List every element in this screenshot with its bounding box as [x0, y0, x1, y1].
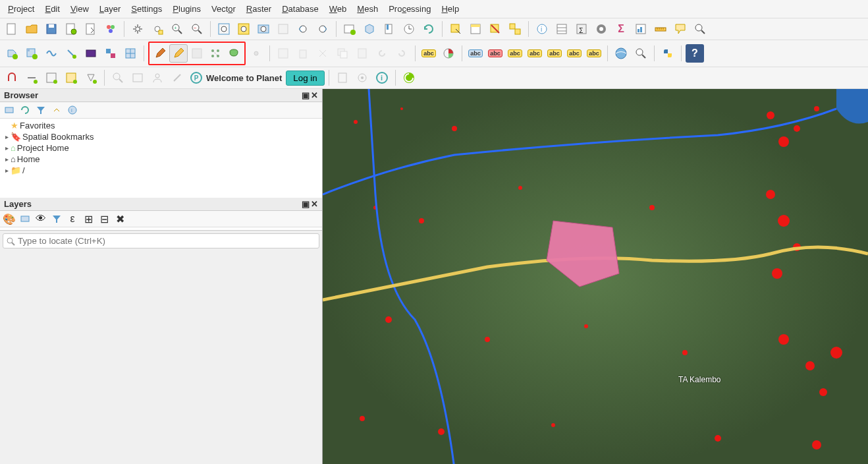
label-rotate-icon[interactable]: abc [545, 44, 564, 63]
qgis-logo-icon[interactable] [400, 69, 418, 87]
new-map-view-icon[interactable] [340, 20, 359, 38]
modify-attr-icon[interactable] [274, 44, 292, 63]
identify-icon[interactable]: i [533, 20, 551, 38]
label-abc-icon[interactable]: abc [420, 44, 438, 63]
style-layer-icon[interactable]: 🎨 [3, 212, 16, 225]
browser-project-home[interactable]: ▸⌂Project Home [0, 142, 322, 154]
stats-panel-icon[interactable] [632, 20, 650, 38]
menu-processing[interactable]: Processing [383, 1, 436, 16]
delete-icon[interactable] [294, 44, 312, 63]
menu-plugins[interactable]: Plugins [167, 1, 206, 16]
snap-icon[interactable] [3, 69, 21, 87]
osm-icon[interactable] [612, 44, 630, 63]
undo-icon[interactable] [373, 44, 391, 63]
expression-icon[interactable]: ε [66, 212, 79, 225]
python-icon[interactable] [659, 44, 677, 63]
label-pin-icon[interactable]: abc [486, 44, 504, 63]
osm-search-icon[interactable] [632, 44, 650, 63]
trace-icon[interactable] [62, 69, 80, 87]
menu-edit[interactable]: Edit [40, 1, 65, 16]
field-calc-icon[interactable]: ∑ [572, 20, 591, 38]
menu-database[interactable]: Database [277, 1, 324, 16]
current-edits-icon[interactable] [151, 44, 169, 63]
info-icon[interactable]: i [373, 69, 391, 87]
style-manager-icon[interactable] [101, 20, 120, 38]
brush-icon[interactable] [168, 69, 186, 87]
add-layer-icon[interactable] [3, 103, 16, 117]
map-tips-icon[interactable] [671, 20, 690, 38]
browser-root[interactable]: ▸📁/ [0, 165, 322, 176]
zoom-next-icon[interactable] [313, 20, 332, 38]
search-icon[interactable] [109, 69, 127, 87]
menu-settings[interactable]: Settings [126, 1, 167, 16]
save-edits-icon[interactable] [188, 44, 206, 63]
target-icon[interactable] [353, 69, 371, 87]
add-polygon-icon[interactable] [225, 44, 243, 63]
label-change-icon[interactable]: abc [565, 44, 583, 63]
label-show-icon[interactable]: abc [506, 44, 524, 63]
paste-icon[interactable] [353, 44, 371, 63]
menu-layer[interactable]: Layer [94, 1, 126, 16]
add-feature-icon[interactable] [206, 44, 225, 63]
zoom-layer-icon[interactable] [254, 20, 273, 38]
map-icon[interactable] [128, 69, 147, 87]
menu-project[interactable]: Project [3, 1, 40, 16]
new-gpkg-icon[interactable] [82, 44, 100, 63]
refresh-browser-icon[interactable] [18, 103, 32, 117]
map-canvas[interactable]: TA Kalembo [323, 89, 868, 464]
refresh-icon[interactable] [420, 20, 438, 38]
new-3d-view-icon[interactable] [360, 20, 379, 38]
new-shapefile-icon[interactable] [42, 44, 61, 63]
cut-icon[interactable] [313, 44, 332, 63]
layout-manager-icon[interactable] [82, 20, 100, 38]
save-icon[interactable] [42, 20, 61, 38]
label-move-icon[interactable]: abc [526, 44, 544, 63]
menu-view[interactable]: View [65, 1, 94, 16]
toggle-editing-icon[interactable] [169, 44, 188, 63]
menu-web[interactable]: Web [324, 1, 352, 16]
zoom-in-icon[interactable]: + [168, 20, 186, 38]
remove-layer-icon[interactable]: ✖ [113, 212, 126, 225]
browser-favorites[interactable]: ★Favorites [0, 120, 322, 131]
add-vector-icon[interactable] [3, 44, 21, 63]
visibility-icon[interactable]: 👁 [34, 212, 47, 225]
toolbox-icon[interactable] [592, 20, 610, 38]
user-icon[interactable] [148, 69, 167, 87]
open-project-icon[interactable] [22, 20, 41, 38]
menu-raster[interactable]: Raster [241, 1, 277, 16]
zoom-full-icon[interactable] [215, 20, 233, 38]
planet-login-button[interactable]: Log in [286, 71, 324, 86]
browser-home[interactable]: ▸⌂Home [0, 154, 322, 165]
add-raster-icon[interactable] [22, 44, 41, 63]
snap-opts-icon[interactable] [22, 69, 41, 87]
temporal-icon[interactable] [400, 20, 418, 38]
menu-mesh[interactable]: Mesh [352, 1, 383, 16]
select-features-icon[interactable] [447, 20, 465, 38]
statistics-icon[interactable]: Σ [612, 20, 630, 38]
collapse-icon[interactable] [50, 103, 63, 117]
filter-browser-icon[interactable] [34, 103, 47, 117]
undock-layers-icon[interactable]: ▣ [302, 199, 310, 209]
label-highlight-icon[interactable]: abc [466, 44, 485, 63]
new-spatlite-icon[interactable] [62, 44, 80, 63]
new-bookmark-icon[interactable] [380, 20, 398, 38]
help-icon[interactable]: ? [686, 44, 704, 63]
close-layers-icon[interactable]: ✕ [311, 199, 318, 209]
select-all-icon[interactable] [506, 20, 524, 38]
collapse-all-icon[interactable]: ⊟ [97, 212, 111, 225]
new-virtual-icon[interactable] [101, 44, 120, 63]
attributes-icon[interactable] [553, 20, 571, 38]
undock-icon[interactable]: ▣ [302, 90, 310, 100]
zoom-selection-icon[interactable] [234, 20, 253, 38]
select-value-icon[interactable] [466, 20, 485, 38]
menu-help[interactable]: Help [436, 1, 464, 16]
zoom-last-icon[interactable] [294, 20, 312, 38]
filter-layers-icon[interactable] [50, 212, 63, 225]
zoom-out-icon[interactable]: − [188, 20, 206, 38]
redo-icon[interactable] [393, 44, 411, 63]
clipboard-icon[interactable] [333, 69, 352, 87]
avoid-overlap-icon[interactable] [82, 69, 100, 87]
new-project-icon[interactable] [3, 20, 21, 38]
vertex-tool-icon[interactable] [247, 44, 265, 63]
diagram-icon[interactable] [439, 44, 458, 63]
